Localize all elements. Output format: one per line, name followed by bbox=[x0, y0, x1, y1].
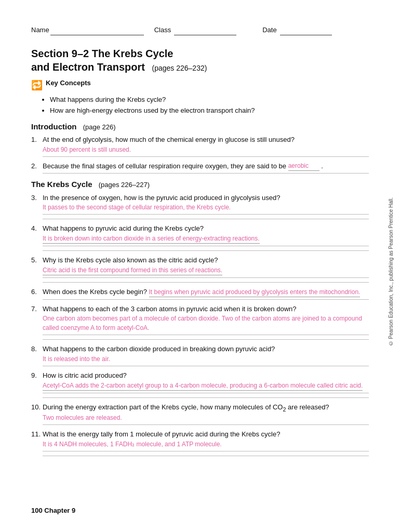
q10-num: 10. bbox=[31, 402, 43, 413]
q7-divider2 bbox=[43, 339, 369, 340]
q7-answer: One carbon atom becomes part of a molecu… bbox=[43, 314, 369, 332]
question-3: 3. In the presence of oxygen, how is the… bbox=[31, 193, 369, 220]
q6-text: When does the Krebs cycle begin? It begi… bbox=[43, 287, 369, 297]
q9-text: How is citric acid produced? Acetyl-CoA … bbox=[43, 370, 369, 391]
q2-text: Because the final stages of cellular res… bbox=[43, 161, 369, 171]
q5-divider bbox=[43, 277, 369, 278]
q2-divider bbox=[43, 173, 369, 174]
name-label: Name bbox=[31, 25, 49, 35]
q9-divider bbox=[43, 393, 369, 393]
q4-num: 4. bbox=[31, 223, 43, 234]
header: Name Class Date bbox=[31, 25, 369, 35]
q1-num: 1. bbox=[31, 135, 43, 145]
key-concept-2: How are high-energy electrons used by th… bbox=[50, 105, 369, 116]
question-6: 6. When does the Krebs cycle begin? It b… bbox=[31, 287, 369, 300]
question-5: 5. Why is the Krebs cycle also known as … bbox=[31, 255, 369, 283]
q1-answer: About 90 percent is still unused. bbox=[43, 145, 369, 154]
q10-answer: Two molecules are released. bbox=[43, 413, 369, 422]
question-8: 8. What happens to the carbon dioxide pr… bbox=[31, 344, 369, 366]
introduction-title: Introduction (page 226) bbox=[31, 121, 369, 133]
q11-divider2 bbox=[43, 456, 369, 456]
question-2: 2. Because the final stages of cellular … bbox=[31, 161, 369, 174]
question-7: 7. What happens to each of the 3 carbon … bbox=[31, 304, 369, 340]
q4-text: What happens to pyruvic acid during the … bbox=[43, 223, 369, 244]
q8-divider bbox=[43, 366, 369, 366]
q11-divider bbox=[43, 451, 369, 451]
key-concept-1: What happens during the Krebs cycle? bbox=[50, 95, 369, 105]
page: Name Class Date Section 9–2 The Krebs Cy… bbox=[0, 0, 400, 532]
q10-text: During the energy extraction part of the… bbox=[43, 402, 369, 414]
krebs-section: The Krebs Cycle (pages 226–227) 3. In th… bbox=[31, 179, 369, 456]
q5-num: 5. bbox=[31, 255, 43, 265]
q8-answer: It is released into the air. bbox=[43, 354, 369, 364]
q4-answer-inline: It is broken down into carbon dioxide in… bbox=[43, 234, 260, 244]
krebs-title: The Krebs Cycle (pages 226–227) bbox=[31, 179, 369, 191]
q7-text: What happens to each of the 3 carbon ato… bbox=[43, 304, 369, 314]
q5-text: Why is the Krebs cycle also known as the… bbox=[43, 255, 369, 275]
q2-answer: aerobic bbox=[288, 161, 319, 171]
q3-answer: It passes to the second stage of cellula… bbox=[43, 203, 369, 212]
class-underline[interactable] bbox=[174, 35, 236, 35]
krebs-page-ref: (pages 226–227) bbox=[99, 181, 150, 189]
q4-divider bbox=[43, 246, 369, 246]
section-title: Section 9–2 The Krebs Cycle and Electron… bbox=[31, 47, 369, 74]
question-10: 10. During the energy extraction part of… bbox=[31, 402, 369, 425]
q1-divider bbox=[43, 156, 369, 157]
q10-divider bbox=[43, 424, 369, 425]
key-concepts-block: 🔁 Key Concepts bbox=[31, 78, 369, 92]
sidebar-copyright: © Pearson Education, Inc., publishing as… bbox=[387, 197, 395, 346]
q5-divider2 bbox=[43, 282, 369, 283]
class-label: Class bbox=[154, 25, 171, 35]
question-9: 9. How is citric acid produced? Acetyl-C… bbox=[31, 370, 369, 398]
date-underline[interactable] bbox=[280, 35, 332, 35]
q4-divider2 bbox=[43, 250, 369, 251]
introduction-section: Introduction (page 226) 1. At the end of… bbox=[31, 121, 369, 174]
q3-num: 3. bbox=[31, 193, 43, 203]
q7-divider bbox=[43, 335, 369, 335]
key-concepts-label: Key Concepts bbox=[46, 78, 91, 88]
q3-divider bbox=[43, 214, 369, 215]
pages-ref: (pages 226–232) bbox=[152, 64, 207, 72]
q3-text: In the presence of oxygen, how is the py… bbox=[43, 193, 369, 203]
q7-num: 7. bbox=[31, 304, 43, 314]
footer-page-number: 100 Chapter 9 bbox=[31, 506, 75, 516]
key-concepts-icon: 🔁 bbox=[31, 78, 43, 92]
q1-text: At the end of glycolysis, how much of th… bbox=[43, 135, 369, 145]
q2-num: 2. bbox=[31, 161, 43, 171]
q6-answer-inline: It begins when pyruvic acid produced by … bbox=[149, 287, 361, 297]
q3-divider2 bbox=[43, 219, 369, 219]
name-underline[interactable] bbox=[50, 35, 144, 35]
date-label: Date bbox=[262, 25, 276, 35]
question-11: 11. What is the energy tally from 1 mole… bbox=[31, 429, 369, 456]
q9-num: 9. bbox=[31, 370, 43, 381]
q9-answer-inline: Acetyl-CoA adds the 2-carbon acetyl grou… bbox=[43, 381, 363, 391]
q8-text: What happens to the carbon dioxide produ… bbox=[43, 344, 369, 354]
introduction-page-ref: (page 226) bbox=[83, 123, 116, 131]
q6-divider bbox=[43, 299, 369, 300]
q6-num: 6. bbox=[31, 287, 43, 297]
q5-answer-inline: Citric acid is the first compound formed… bbox=[43, 265, 222, 275]
q8-num: 8. bbox=[31, 344, 43, 354]
key-concepts-list: What happens during the Krebs cycle? How… bbox=[50, 95, 369, 116]
question-1: 1. At the end of glycolysis, how much of… bbox=[31, 135, 369, 157]
question-4: 4. What happens to pyruvic acid during t… bbox=[31, 223, 369, 251]
q9-divider2 bbox=[43, 397, 369, 398]
q11-text: What is the energy tally from 1 molecule… bbox=[43, 429, 369, 440]
q11-num: 11. bbox=[31, 429, 43, 440]
q11-answer: It is 4 NADH molecules, 1 FADH₂ molecule… bbox=[43, 440, 369, 449]
